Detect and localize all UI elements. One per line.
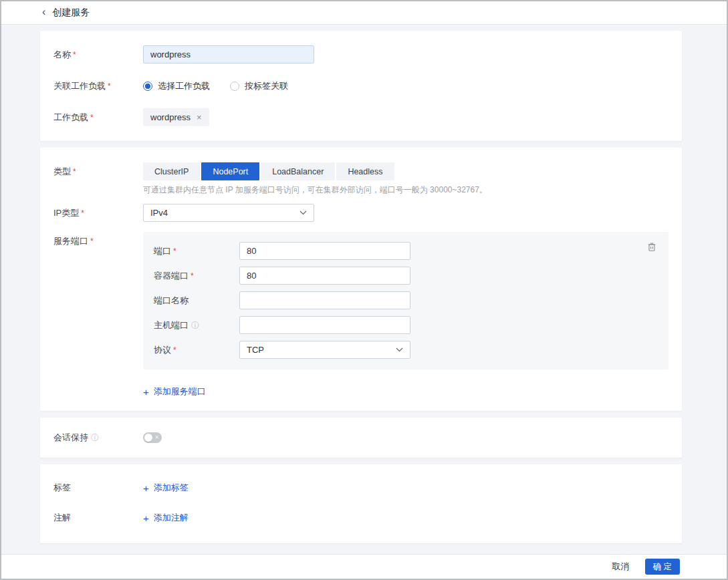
chevron-down-icon	[396, 347, 403, 352]
type-row: 类型* ClusterIP NodePort LoadBalancer Head…	[53, 162, 669, 195]
required-mark: *	[173, 345, 176, 355]
chevron-down-icon	[299, 210, 307, 215]
type-control: ClusterIP NodePort LoadBalancer Headless…	[143, 162, 487, 195]
ip-type-select[interactable]: IPv4	[143, 204, 314, 222]
labels-label: 标签	[53, 482, 143, 493]
page-footer: 取消 确 定	[1, 554, 727, 579]
name-row: 名称*	[53, 45, 669, 63]
container-port-input[interactable]	[239, 267, 410, 285]
info-icon: ⓘ	[191, 321, 199, 330]
host-port-row: 主机端口ⓘ	[154, 316, 658, 334]
ip-type-row: IP类型* IPv4	[53, 204, 669, 222]
port-name-input[interactable]	[239, 291, 410, 309]
service-settings-card: 类型* ClusterIP NodePort LoadBalancer Head…	[40, 148, 682, 411]
protocol-select[interactable]: TCP	[239, 341, 410, 359]
ip-type-label: IP类型*	[53, 204, 143, 222]
type-description: 可通过集群内任意节点 IP 加服务端口号访问，可在集群外部访问，端口号一般为 3…	[143, 185, 487, 195]
host-port-input[interactable]	[239, 316, 410, 334]
session-label-text: 会话保持	[53, 432, 88, 442]
form-content: 名称* 关联工作负载* 选择工作负载 按标签关联	[1, 25, 727, 554]
add-annotation-link[interactable]: + 添加注解	[143, 512, 189, 524]
create-service-page: ‹ 创建服务 名称* 关联工作负载* 选择工作负载	[0, 0, 728, 580]
annotations-label: 注解	[53, 513, 143, 523]
required-mark: *	[81, 208, 84, 218]
workload-label-text: 工作负载	[53, 112, 88, 122]
radio-by-label-label: 按标签关联	[245, 80, 288, 92]
plus-icon: +	[143, 483, 149, 493]
name-input[interactable]	[143, 45, 314, 63]
service-ports-row: 服务端口* 端口*	[53, 232, 669, 370]
remove-tag-icon[interactable]: ×	[197, 113, 202, 122]
workload-tag-text: wordpress	[150, 112, 191, 122]
add-service-port-link[interactable]: + 添加服务端口	[143, 386, 206, 398]
metadata-card: 标签 + 添加标签 注解 + 添加注解	[40, 464, 682, 543]
back-icon[interactable]: ‹	[42, 7, 45, 17]
type-option-loadbalancer[interactable]: LoadBalancer	[261, 162, 335, 180]
host-port-label: 主机端口ⓘ	[154, 319, 239, 331]
ip-type-label-text: IP类型	[53, 208, 79, 218]
plus-icon: +	[143, 513, 149, 523]
port-name-row: 端口名称	[154, 291, 658, 309]
container-port-row: 容器端口*	[154, 267, 658, 285]
add-label-link[interactable]: + 添加标签	[143, 482, 189, 494]
port-label-text: 端口	[154, 246, 171, 256]
required-mark: *	[108, 82, 111, 91]
required-mark: *	[73, 167, 76, 176]
port-row: 端口*	[154, 242, 658, 260]
radio-select-workload-label: 选择工作负载	[158, 80, 210, 92]
annotations-row: 注解 + 添加注解	[53, 512, 669, 524]
spacer	[53, 386, 143, 398]
delete-port-icon[interactable]	[646, 241, 658, 253]
port-name-label: 端口名称	[154, 295, 239, 307]
required-mark: *	[191, 271, 194, 281]
page-header: ‹ 创建服务	[1, 1, 727, 25]
radio-dot	[145, 84, 150, 89]
add-port-row: + 添加服务端口	[53, 386, 669, 398]
port-label: 端口*	[154, 245, 239, 257]
port-input[interactable]	[239, 242, 410, 260]
annotations-label-text: 注解	[53, 513, 71, 523]
service-ports-label: 服务端口*	[53, 232, 143, 370]
add-annotation-text: 添加注解	[154, 512, 189, 524]
ok-button[interactable]: 确 定	[645, 559, 680, 575]
radio-select-workload[interactable]: 选择工作负载	[143, 80, 210, 92]
type-option-clusterip[interactable]: ClusterIP	[143, 162, 200, 180]
container-port-label-text: 容器端口	[154, 271, 189, 281]
labels-row: 标签 + 添加标签	[53, 482, 669, 494]
service-port-panel: 端口* 容器端口* 端口名称	[143, 232, 669, 370]
session-row: 会话保持ⓘ ✕	[53, 432, 669, 456]
add-service-port-label: 添加服务端口	[154, 386, 206, 398]
required-mark: *	[173, 247, 176, 256]
name-label-text: 名称	[53, 49, 71, 59]
info-icon: ⓘ	[91, 433, 99, 442]
toggle-off-icon: ✕	[154, 435, 159, 440]
type-segmented-control: ClusterIP NodePort LoadBalancer Headless	[143, 162, 487, 180]
radio-checked-icon	[143, 82, 152, 91]
protocol-label-text: 协议	[154, 345, 171, 355]
basic-info-card: 名称* 关联工作负载* 选择工作负载 按标签关联	[40, 31, 682, 141]
container-port-label: 容器端口*	[154, 270, 239, 282]
protocol-label: 协议*	[154, 344, 239, 356]
session-toggle[interactable]: ✕	[143, 432, 162, 443]
labels-label-text: 标签	[53, 482, 71, 492]
toggle-knob	[144, 434, 152, 442]
session-label: 会话保持ⓘ	[53, 432, 143, 443]
required-mark: *	[90, 113, 94, 122]
name-label: 名称*	[53, 45, 143, 63]
host-port-label-text: 主机端口	[154, 320, 189, 330]
protocol-value: TCP	[247, 345, 264, 355]
type-option-headless[interactable]: Headless	[336, 162, 394, 180]
cancel-button[interactable]: 取消	[612, 561, 630, 573]
page-title: 创建服务	[52, 7, 90, 19]
radio-by-label[interactable]: 按标签关联	[230, 80, 288, 92]
required-mark: *	[73, 50, 76, 59]
workload-association-row: 关联工作负载* 选择工作负载 按标签关联	[53, 77, 669, 95]
ip-type-value: IPv4	[150, 208, 168, 218]
workload-association-label-text: 关联工作负载	[53, 81, 106, 91]
type-option-nodeport[interactable]: NodePort	[201, 162, 259, 180]
plus-icon: +	[143, 387, 149, 397]
session-card: 会话保持ⓘ ✕	[40, 418, 682, 458]
type-label-text: 类型	[53, 166, 71, 176]
workload-label: 工作负载*	[53, 108, 143, 126]
protocol-row: 协议* TCP	[154, 341, 658, 359]
